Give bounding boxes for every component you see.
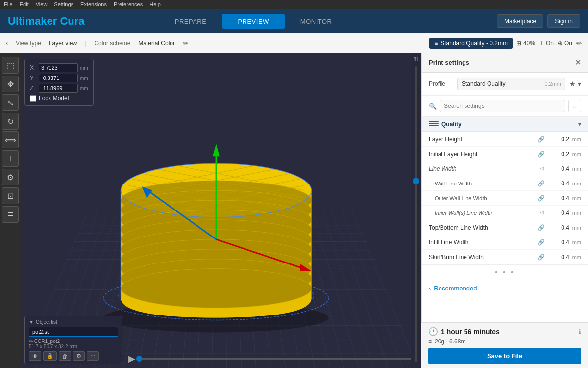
setting-row: Inner Wall(s) Line Width↺0.4mm <box>422 206 588 220</box>
slider-thumb[interactable] <box>413 178 419 184</box>
edit-viewbar-button[interactable]: ✏ <box>183 39 189 47</box>
layer-slider[interactable]: 81 <box>411 53 421 368</box>
marketplace-button[interactable]: Marketplace <box>497 14 543 28</box>
logo-cura: Cura <box>57 15 84 27</box>
rotate-tool-button[interactable]: ↻ <box>2 113 19 130</box>
object-list-collapse-icon[interactable]: ▼ <box>29 319 34 325</box>
info-icon[interactable]: ℹ <box>579 328 581 335</box>
y-unit: mm <box>80 76 88 81</box>
signin-button[interactable]: Sign in <box>547 14 580 28</box>
menu-edit[interactable]: Edit <box>20 1 29 7</box>
search-input[interactable] <box>440 100 565 112</box>
tab-monitor[interactable]: MONITOR <box>285 14 348 29</box>
setting-unit: mm <box>569 166 581 172</box>
profile-row: Profile Standard Quality 0.2mm ★ ▾ <box>422 73 588 96</box>
z-label: Z <box>30 85 37 92</box>
timeline-track[interactable] <box>139 358 412 360</box>
menu-settings[interactable]: Settings <box>54 1 74 7</box>
main-area: ⬚ ✥ ⤡ ↻ ⟺ ⊥ ⚙ ⊡ ≣ <box>0 53 588 368</box>
tab-preview[interactable]: PREVIEW <box>222 14 284 29</box>
y-input[interactable] <box>39 74 78 82</box>
scale-tool-button[interactable]: ⤡ <box>2 94 19 111</box>
title-bar: Ultimaker Cura PREPARE PREVIEW MONITOR M… <box>0 9 588 33</box>
search-row: 🔍 ≡ <box>422 96 588 117</box>
object-delete-button[interactable]: 🗑 <box>59 351 71 361</box>
setting-value[interactable]: 0.2 <box>548 136 569 143</box>
app-logo: Ultimaker Cura <box>8 15 85 27</box>
per-model-settings-button[interactable]: ⚙ <box>2 169 19 185</box>
setting-link-icon[interactable]: 🔗 <box>538 195 545 202</box>
object-settings-button[interactable]: ⚙ <box>73 351 85 361</box>
slider-value-label: 81 <box>413 57 418 62</box>
object-visible-button[interactable]: 👁 <box>29 351 41 361</box>
tab-prepare[interactable]: PREPARE <box>159 14 222 29</box>
x-input[interactable] <box>39 63 78 72</box>
mirror-tool-button[interactable]: ⟺ <box>2 131 19 148</box>
z-input[interactable] <box>39 84 78 93</box>
slider-track[interactable] <box>415 66 417 362</box>
pencil-icon: ✏ <box>29 339 34 344</box>
setting-value[interactable]: 0.4 <box>548 254 569 261</box>
play-button[interactable]: ▶ <box>128 353 135 364</box>
select-tool-button[interactable]: ⬚ <box>2 57 19 74</box>
panel-handle: • • • <box>422 264 588 280</box>
setting-unit: mm <box>569 136 581 142</box>
x-label: X <box>30 64 37 71</box>
quality-section-chevron: ▾ <box>578 121 581 128</box>
menu-preferences[interactable]: Preferences <box>114 1 143 7</box>
object-lock-button[interactable]: 🔒 <box>43 351 57 361</box>
menu-file[interactable]: File <box>4 1 13 7</box>
setting-value[interactable]: 0.4 <box>548 210 569 216</box>
y-coord-row: Y mm <box>30 74 88 82</box>
quality-section-header[interactable]: Quality ▾ <box>422 117 588 132</box>
setting-reset-icon[interactable]: ↺ <box>540 165 545 172</box>
menu-help[interactable]: Help <box>149 1 161 7</box>
search-icon: 🔍 <box>429 103 437 110</box>
object-more-button[interactable]: ⋯ <box>87 351 99 361</box>
viewport[interactable]: X mm Y mm Z mm Lock Model ▼ <box>21 53 421 368</box>
filter-button[interactable]: ≡ <box>568 100 581 112</box>
menu-view[interactable]: View <box>36 1 48 7</box>
object-list-header: ▼ Object list <box>29 319 118 325</box>
save-to-file-button[interactable]: Save to File <box>428 348 581 364</box>
setting-link-icon[interactable]: 🔗 <box>538 151 545 158</box>
edit-settings-button[interactable]: ✏ <box>576 39 582 47</box>
estimation-top: 🕐 1 hour 56 minutes ℹ <box>428 327 581 336</box>
setting-value[interactable]: 0.4 <box>548 180 569 187</box>
setting-link-icon[interactable]: 🔗 <box>538 224 545 231</box>
support-tool-button[interactable]: ⊥ <box>2 150 19 167</box>
setting-value[interactable]: 0.4 <box>548 239 569 246</box>
profile-dropdown-button[interactable]: ▾ <box>578 80 581 88</box>
timeline-thumb[interactable] <box>136 356 142 362</box>
close-settings-button[interactable]: ✕ <box>575 58 581 67</box>
setting-link-icon[interactable]: 🔗 <box>538 239 545 246</box>
setting-value[interactable]: 0.4 <box>548 165 569 172</box>
view-type-label: View type <box>16 40 41 47</box>
viewbar-back-button[interactable]: ‹ <box>6 40 8 47</box>
setting-value[interactable]: 0.4 <box>548 224 569 231</box>
menu-bar: File Edit View Settings Extensions Prefe… <box>0 0 588 9</box>
lock-model-checkbox[interactable] <box>30 95 36 102</box>
profile-select-sub: 0.2mm <box>544 81 561 87</box>
recommended-button[interactable]: ‹ Recommended <box>422 280 588 297</box>
move-tool-button[interactable]: ✥ <box>2 76 19 92</box>
setting-name: Wall Line Width <box>429 181 538 186</box>
seam-tool-button[interactable]: ⊡ <box>2 187 19 204</box>
profile-star-button[interactable]: ★ <box>569 80 576 88</box>
menu-extensions[interactable]: Extensions <box>80 1 107 7</box>
object-filename-input[interactable] <box>29 327 118 337</box>
setting-link-icon[interactable]: 🔗 <box>538 136 545 143</box>
quality-badge: ≡ Standard Quality - 0.2mm <box>429 38 513 49</box>
setting-value[interactable]: 0.2 <box>548 151 569 158</box>
color-scheme-value: Material Color <box>138 40 175 47</box>
profile-select[interactable]: Standard Quality 0.2mm <box>457 78 565 90</box>
setting-row: Infill Line Width🔗0.4mm <box>422 235 588 250</box>
print-settings-panel: Print settings ✕ Profile Standard Qualit… <box>421 53 588 368</box>
setting-link-icon[interactable]: 🔗 <box>538 254 545 261</box>
custom-support-button[interactable]: ≣ <box>2 206 19 223</box>
setting-reset-icon[interactable]: ↺ <box>540 210 545 216</box>
lock-model-label: Lock Model <box>39 95 69 102</box>
setting-value[interactable]: 0.4 <box>548 195 569 202</box>
setting-link-icon[interactable]: 🔗 <box>538 180 545 187</box>
object-list-panel: ▼ Object list ✏ CCR1_pot2 51.7 x 50.7 x … <box>24 316 122 364</box>
